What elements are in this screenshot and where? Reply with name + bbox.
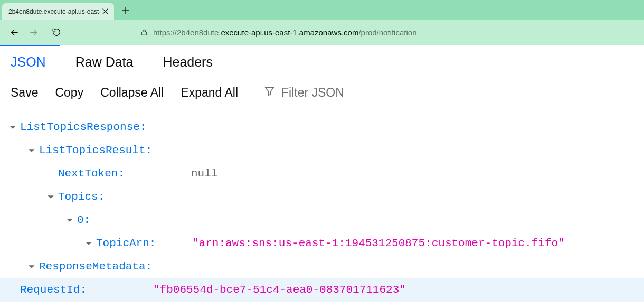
json-key[interactable]: NextToken: <box>58 168 125 179</box>
tree-row: ListTopicsResult: <box>7 139 644 162</box>
json-key[interactable]: 0: <box>77 214 90 226</box>
svg-rect-0 <box>141 32 146 35</box>
close-icon[interactable] <box>101 7 110 16</box>
tab-title: 2b4en8dute.execute-api.us-east-1.a <box>8 8 101 15</box>
url-text: https://2b4en8dute.execute-api.us-east-1… <box>153 28 416 37</box>
filter-wrap <box>264 86 419 100</box>
tree-spacer <box>7 285 18 295</box>
tree-row: NextToken: null <box>7 162 644 185</box>
json-key[interactable]: ListTopicsResponse: <box>20 122 146 133</box>
tree-row: RequestId: "fb06554d-bce7-51c4-aea0-0837… <box>0 278 644 302</box>
json-value-string: "arn:aws:sns:us-east-1:194531250875:cust… <box>192 238 565 249</box>
expand-all-button[interactable]: Expand All <box>181 86 238 100</box>
json-key[interactable]: RequestId: <box>20 284 87 295</box>
json-value-string: "fb06554d-bce7-51c4-aea0-083701711623" <box>153 284 406 295</box>
url-bar[interactable]: https://2b4en8dute.execute-api.us-east-1… <box>134 23 639 41</box>
chevron-down-icon[interactable] <box>7 122 18 133</box>
reload-button[interactable] <box>48 23 65 41</box>
filter-input[interactable] <box>281 86 419 100</box>
collapse-all-button[interactable]: Collapse All <box>100 86 164 100</box>
tab-json[interactable]: JSON <box>11 54 46 70</box>
browser-toolbar: https://2b4en8dute.execute-api.us-east-1… <box>0 20 644 45</box>
tab-headers[interactable]: Headers <box>163 54 213 70</box>
tree-row: ResponseMetadata: <box>7 255 644 278</box>
json-key[interactable]: Topics: <box>58 191 105 202</box>
lock-icon <box>140 29 148 36</box>
copy-button[interactable]: Copy <box>55 86 83 100</box>
page-load-progress <box>0 45 644 46</box>
json-tree: ListTopicsResponse: ListTopicsResult: Ne… <box>0 107 644 302</box>
tree-spacer <box>45 169 56 179</box>
new-tab-button[interactable] <box>118 3 133 18</box>
tree-row: 0: <box>7 209 644 232</box>
tree-row: TopicArn: "arn:aws:sns:us-east-1:1945312… <box>7 232 644 255</box>
action-bar: Save Copy Collapse All Expand All <box>0 78 644 107</box>
tree-row: ListTopicsResponse: <box>7 116 644 139</box>
chevron-down-icon[interactable] <box>83 238 94 249</box>
chevron-down-icon[interactable] <box>45 192 56 202</box>
chevron-down-icon[interactable] <box>64 215 75 226</box>
json-key[interactable]: ListTopicsResult: <box>39 145 152 156</box>
json-value-null: null <box>191 168 217 179</box>
chevron-down-icon[interactable] <box>26 262 37 272</box>
viewer-tabs: JSON Raw Data Headers <box>0 46 644 78</box>
tab-raw-data[interactable]: Raw Data <box>75 54 134 70</box>
back-button[interactable] <box>5 23 23 41</box>
funnel-icon <box>264 86 275 100</box>
save-button[interactable]: Save <box>11 86 38 100</box>
tree-row: Topics: <box>7 185 644 209</box>
divider <box>251 85 251 100</box>
tabstrip: 2b4en8dute.execute-api.us-east-1.a <box>0 0 644 20</box>
chevron-down-icon[interactable] <box>26 145 37 156</box>
browser-tab[interactable]: 2b4en8dute.execute-api.us-east-1.a <box>2 3 114 20</box>
forward-button[interactable] <box>24 23 42 41</box>
json-key[interactable]: TopicArn: <box>96 238 156 249</box>
json-key[interactable]: ResponseMetadata: <box>39 261 152 272</box>
